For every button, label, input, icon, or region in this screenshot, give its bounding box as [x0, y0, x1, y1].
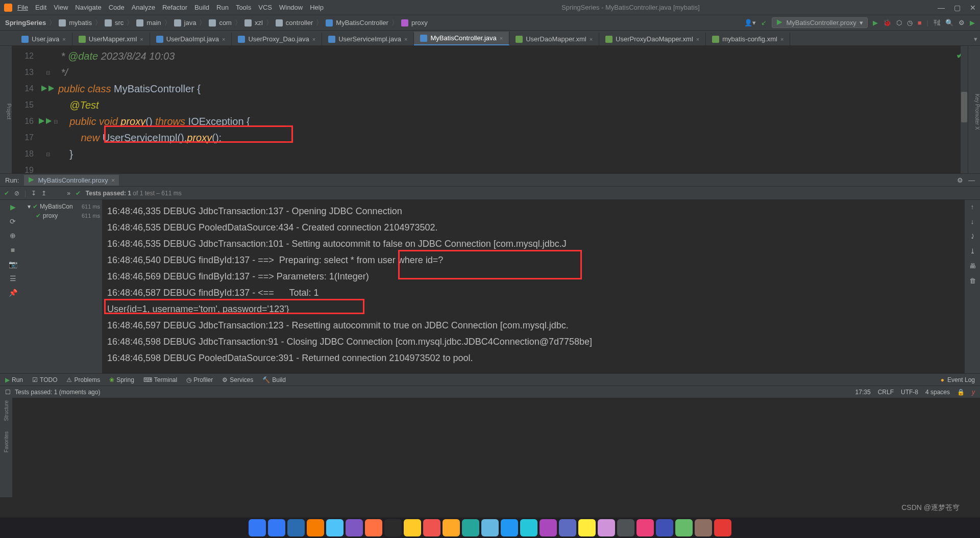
taskbar-app-icon[interactable] — [481, 519, 499, 536]
taskbar-app-icon[interactable] — [462, 519, 479, 536]
test-node-proxy[interactable]: ✔proxy611 ms — [28, 211, 100, 220]
test-node-root[interactable]: ▾✔MyBatisCon611 ms — [28, 202, 100, 211]
crumb[interactable]: mybatis — [69, 19, 92, 27]
close-icon[interactable]: ✕ — [970, 4, 976, 12]
taskbar-app-icon[interactable] — [443, 519, 460, 536]
tool-run[interactable]: ▶Run — [5, 376, 23, 383]
tab-userproxydao[interactable]: UserProxy_Dao.java× — [232, 33, 322, 45]
taskbar-app-icon[interactable] — [695, 519, 712, 536]
tab-close-icon[interactable]: × — [780, 36, 783, 42]
camera-icon[interactable]: 📷 — [9, 260, 17, 268]
taskbar-app-icon[interactable] — [714, 519, 731, 536]
back-arrow-icon[interactable]: ↙ — [761, 19, 767, 27]
status-indent[interactable]: 4 spaces — [925, 389, 950, 396]
taskbar-app-icon[interactable] — [287, 519, 305, 536]
taskbar-app-icon[interactable] — [617, 519, 634, 536]
minimize-panel-icon[interactable]: — — [968, 176, 975, 184]
tests-filter-icon[interactable]: ⊘ — [14, 190, 19, 197]
tab-userproxydaomapper[interactable]: UserProxyDaoMapper.xml× — [599, 33, 706, 45]
tab-userserviceimpl[interactable]: UserServiceImpl.java× — [322, 33, 414, 45]
soft-wrap-icon[interactable]: ⤸ — [970, 233, 975, 240]
editor-scrollbar[interactable] — [961, 46, 968, 173]
tab-close-icon[interactable]: × — [500, 35, 503, 41]
test-tree[interactable]: ▾✔MyBatisCon611 ms ✔proxy611 ms — [26, 200, 102, 373]
crumb[interactable]: proxy — [411, 19, 428, 27]
scroll-to-end-icon[interactable]: ⤓ — [970, 247, 975, 255]
tab-close-icon[interactable]: × — [140, 36, 143, 42]
stop-icon[interactable]: ■ — [918, 19, 922, 27]
run-gutter-icon[interactable]: ⯈⯈ — [38, 117, 53, 125]
taskbar-app-icon[interactable] — [501, 519, 518, 536]
taskbar-app-icon[interactable] — [384, 519, 402, 536]
taskbar-app-icon[interactable] — [578, 519, 596, 536]
play-store-icon[interactable]: ▶ — [970, 19, 975, 27]
search-icon[interactable]: 🔍 — [945, 19, 953, 27]
tool-build[interactable]: 🔨Build — [262, 376, 286, 383]
crumb[interactable]: main — [146, 19, 161, 27]
taskbar-app-icon[interactable] — [365, 519, 382, 536]
minimize-icon[interactable]: — — [938, 4, 945, 12]
menu-help[interactable]: Help — [310, 4, 324, 11]
taskbar-app-icon[interactable] — [675, 519, 693, 536]
crumb[interactable]: xzl — [255, 19, 263, 27]
print-icon[interactable]: 🖶 — [969, 262, 976, 270]
crumb[interactable]: controller — [286, 19, 313, 27]
tests-ok-icon[interactable]: ✔ — [4, 190, 9, 197]
tool-todo[interactable]: ☑TODO — [32, 376, 57, 383]
tab-close-icon[interactable]: × — [404, 36, 407, 42]
debug-icon[interactable]: ⊕ — [10, 232, 16, 240]
menu-build[interactable]: Build — [194, 4, 209, 11]
menu-edit[interactable]: Edit — [35, 4, 46, 11]
layout-icon[interactable]: ☰ — [10, 274, 16, 283]
debug-button-icon[interactable]: 🐞 — [883, 19, 891, 27]
maximize-icon[interactable]: ▢ — [954, 4, 961, 12]
run-gutter-icon[interactable]: ⯈⯈ — [41, 85, 55, 93]
tab-userdaoimpl[interactable]: UserDaoImpl.java× — [150, 33, 232, 45]
menu-tools[interactable]: Tools — [236, 4, 251, 11]
tab-close-icon[interactable]: × — [62, 36, 65, 42]
run-config-selector[interactable]: ⯈MyBatisController.proxy▾ — [772, 17, 867, 28]
menu-window[interactable]: Window — [279, 4, 303, 11]
add-user-icon[interactable]: 👤▾ — [744, 19, 756, 27]
tool-profiler[interactable]: ◷Profiler — [186, 376, 213, 383]
tool-services[interactable]: ⚙Services — [222, 376, 253, 383]
fold-icon[interactable]: ⊟ — [54, 119, 58, 124]
taskbar-app-icon[interactable] — [636, 519, 654, 536]
taskbar-app-icon[interactable] — [307, 519, 324, 536]
translate-icon[interactable]: ㍻ — [934, 18, 940, 28]
pin-icon[interactable]: 📌 — [9, 289, 17, 297]
taskbar-app-icon[interactable] — [268, 519, 285, 536]
status-y-icon[interactable]: y — [972, 389, 975, 396]
tab-user-java[interactable]: User.java× — [15, 33, 72, 45]
taskbar-app-icon[interactable] — [404, 519, 421, 536]
crumb-root[interactable]: SpringSeries — [5, 19, 46, 27]
tab-close-icon[interactable]: × — [696, 36, 699, 42]
taskbar-app-icon[interactable] — [656, 519, 673, 536]
status-lock-icon[interactable]: 🔒 — [957, 389, 965, 396]
attach-icon[interactable]: ⟳ — [10, 217, 16, 225]
taskbar-app-icon[interactable] — [520, 519, 537, 536]
sort-up-icon[interactable]: ↥ — [41, 190, 46, 197]
menu-code[interactable]: Code — [109, 4, 125, 11]
menu-view[interactable]: View — [54, 4, 68, 11]
taskbar-app-icon[interactable] — [346, 519, 363, 536]
tab-close-icon[interactable]: × — [222, 36, 225, 42]
collapse-icon[interactable]: ⊟ — [46, 70, 50, 75]
tab-close-icon[interactable]: × — [312, 36, 315, 42]
tool-terminal[interactable]: ⌨Terminal — [143, 376, 177, 383]
status-encoding[interactable]: UTF-8 — [901, 389, 918, 396]
structure-tool-button[interactable]: Structure — [4, 400, 9, 421]
stop-icon[interactable]: ■ — [11, 246, 15, 254]
status-menu-icon[interactable]: ☐ — [5, 389, 11, 396]
crumb[interactable]: MyBatisController — [336, 19, 388, 27]
project-tool-button[interactable]: Project — [6, 104, 12, 119]
coverage-icon[interactable]: ⬡ — [896, 19, 902, 27]
taskbar-app-icon[interactable] — [326, 519, 344, 536]
tab-userdaomapper[interactable]: UserDaoMapper.xml× — [509, 33, 599, 45]
profile-icon[interactable]: ◷ — [907, 19, 913, 27]
scroll-up-icon[interactable]: ↑ — [971, 203, 974, 211]
sort-down-icon[interactable]: ↧ — [31, 190, 36, 197]
menu-navigate[interactable]: Navigate — [75, 4, 101, 11]
run-button-icon[interactable]: ▶ — [873, 19, 878, 27]
tab-mybatisconfig[interactable]: mybatis-config.xml× — [706, 33, 790, 45]
